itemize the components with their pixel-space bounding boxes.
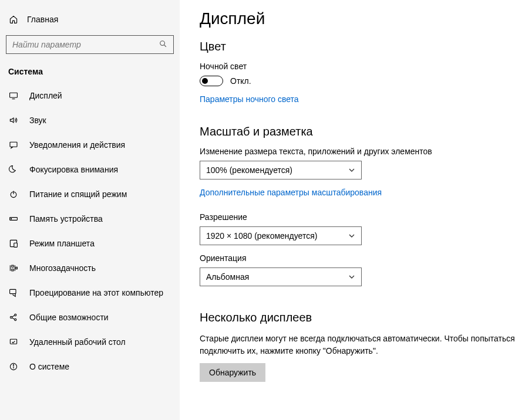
svg-point-19 [15, 319, 16, 320]
svg-point-8 [11, 218, 11, 219]
sidebar-item-projecting[interactable]: Проецирование на этот компьютер [0, 280, 180, 305]
nightlight-state: Откл. [230, 76, 251, 86]
chevron-down-icon [348, 273, 355, 280]
sidebar-item-label: Дисплей [29, 91, 62, 100]
power-icon [8, 189, 19, 199]
sidebar-item-storage[interactable]: Память устройства [0, 206, 180, 231]
timeline-icon [8, 263, 19, 273]
scale-value: 100% (рекомендуется) [206, 165, 292, 175]
sidebar-item-shared[interactable]: Общие возможности [0, 305, 180, 330]
home-icon [8, 14, 19, 25]
svg-rect-13 [12, 269, 14, 271]
sidebar-item-about[interactable]: О системе [0, 354, 180, 379]
speaker-icon [8, 115, 19, 126]
share-icon [8, 312, 19, 323]
sidebar-item-label: Память устройства [29, 214, 103, 223]
detect-button[interactable]: Обнаружить [200, 363, 265, 382]
svg-point-18 [15, 314, 16, 316]
page-title: Дисплей [200, 9, 518, 28]
svg-line-20 [12, 316, 15, 317]
sidebar-item-tablet[interactable]: Режим планшета [0, 231, 180, 256]
sidebar-item-power[interactable]: Питание и спящий режим [0, 182, 180, 206]
sidebar-item-label: Звук [29, 116, 46, 125]
resolution-label: Разрешение [200, 212, 518, 222]
search-icon [159, 40, 169, 49]
moon-icon [8, 164, 19, 175]
chevron-down-icon [348, 232, 355, 239]
sidebar-item-label: О системе [29, 362, 69, 371]
sidebar-item-label: Многозадачность [29, 263, 96, 273]
resolution-select[interactable]: 1920 × 1080 (рекомендуется) [200, 226, 362, 245]
scale-select[interactable]: 100% (рекомендуется) [200, 161, 362, 179]
svg-rect-10 [14, 243, 18, 247]
section-multi: Несколько дисплеев [200, 311, 518, 324]
resolution-value: 1920 × 1080 (рекомендуется) [206, 231, 317, 241]
project-icon [8, 287, 19, 298]
nightlight-toggle[interactable] [200, 76, 223, 86]
svg-line-21 [12, 318, 15, 319]
sidebar-item-label: Общие возможности [29, 313, 109, 322]
svg-point-0 [160, 41, 165, 46]
sidebar-item-display[interactable]: Дисплей [0, 83, 180, 108]
svg-rect-15 [16, 267, 17, 269]
sidebar-item-notifications[interactable]: Уведомления и действия [0, 133, 180, 157]
main-content: Дисплей Цвет Ночной свет Откл. Параметры… [180, 0, 532, 420]
svg-point-25 [13, 365, 14, 365]
sidebar: Главная Система Дисплей Звук Уведомления… [0, 0, 180, 420]
remote-icon [8, 337, 19, 347]
multi-text: Старые дисплеи могут не всегда подключат… [200, 333, 518, 357]
home-link[interactable]: Главная [0, 9, 180, 29]
monitor-icon [8, 90, 19, 101]
sidebar-item-label: Уведомления и действия [29, 140, 125, 150]
sidebar-item-remote[interactable]: Удаленный рабочий стол [0, 330, 180, 354]
sidebar-item-label: Удаленный рабочий стол [29, 337, 126, 347]
nightlight-label: Ночной свет [200, 62, 518, 71]
scale-label: Изменение размера текста, приложений и д… [200, 147, 518, 156]
message-icon [8, 140, 19, 150]
svg-rect-2 [10, 93, 18, 97]
svg-rect-12 [12, 265, 14, 267]
tablet-icon [8, 238, 19, 249]
sidebar-item-label: Проецирование на этот компьютер [29, 288, 163, 297]
chevron-down-icon [348, 167, 355, 174]
sidebar-item-focus[interactable]: Фокусировка внимания [0, 157, 180, 182]
sidebar-item-label: Питание и спящий режим [29, 189, 127, 199]
svg-rect-4 [10, 142, 17, 147]
svg-line-1 [164, 45, 166, 47]
svg-rect-16 [10, 289, 16, 293]
orientation-select[interactable]: Альбомная [200, 267, 362, 286]
section-scale: Масштаб и разметка [200, 125, 518, 138]
sidebar-item-sound[interactable]: Звук [0, 108, 180, 133]
storage-icon [8, 214, 19, 224]
sidebar-item-label: Фокусировка внимания [29, 165, 118, 174]
home-label: Главная [27, 15, 58, 24]
sidebar-item-label: Режим планшета [29, 239, 95, 248]
svg-point-17 [10, 316, 12, 318]
orientation-value: Альбомная [206, 272, 249, 282]
advanced-scaling-link[interactable]: Дополнительные параметры масштабирования [200, 188, 382, 197]
sidebar-section-title: Система [0, 65, 180, 83]
search-input-container[interactable] [6, 35, 174, 54]
search-input[interactable] [12, 40, 159, 49]
svg-rect-22 [10, 339, 16, 344]
info-icon [8, 361, 19, 372]
sidebar-item-multitasking[interactable]: Многозадачность [0, 256, 180, 280]
nightlight-settings-link[interactable]: Параметры ночного света [200, 94, 299, 104]
section-color: Цвет [200, 40, 518, 53]
orientation-label: Ориентация [200, 253, 518, 263]
